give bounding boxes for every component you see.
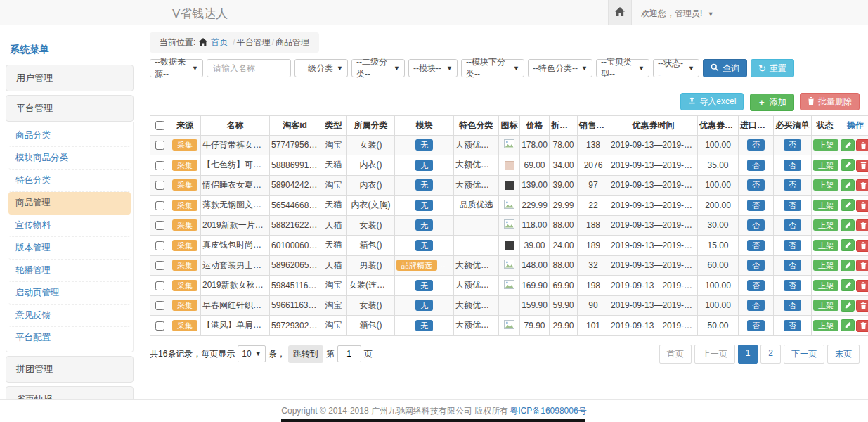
edit-button[interactable] — [841, 300, 855, 312]
delete-button[interactable] — [856, 300, 868, 312]
select-all-checkbox[interactable] — [155, 121, 164, 130]
sidebar-item[interactable]: 宣传物料 — [8, 215, 131, 237]
sidebar-item[interactable]: 意见反馈 — [8, 305, 131, 327]
import-excel-button[interactable]: 导入excel — [680, 93, 744, 110]
filter-select[interactable]: --模块--▼ — [408, 59, 458, 77]
imported-badge[interactable]: 否 — [747, 179, 765, 191]
icp-link[interactable]: 粤ICP备16098006号 — [510, 405, 586, 417]
delete-button[interactable] — [856, 160, 868, 172]
delete-button[interactable] — [856, 179, 868, 191]
imported-badge[interactable]: 否 — [747, 219, 765, 231]
delete-button[interactable] — [856, 260, 868, 271]
filter-select[interactable]: --数据来源--▼ — [150, 59, 203, 77]
must-buy-badge[interactable]: 否 — [784, 179, 801, 191]
imported-badge[interactable]: 否 — [747, 240, 765, 251]
imported-badge[interactable]: 否 — [747, 160, 765, 171]
filter-select[interactable]: --状态--▼ — [653, 59, 699, 77]
reset-button[interactable]: ↻ 重置 — [751, 59, 794, 77]
imported-badge[interactable]: 否 — [747, 139, 765, 151]
user-menu[interactable]: 欢迎您，管理员! ▼ — [641, 8, 714, 20]
page-button[interactable]: 1 — [738, 345, 758, 364]
row-checkbox[interactable] — [155, 181, 164, 190]
page-button[interactable]: 2 — [760, 345, 781, 364]
edit-button[interactable] — [841, 159, 855, 171]
sidebar-item[interactable]: 商品管理 — [8, 192, 131, 215]
edit-button[interactable] — [841, 139, 855, 151]
row-checkbox[interactable] — [155, 261, 164, 270]
row-checkbox[interactable] — [155, 241, 164, 250]
status-badge[interactable]: 上架 — [813, 260, 838, 271]
delete-button[interactable] — [856, 219, 868, 231]
sidebar-item[interactable]: 平台配置 — [8, 327, 131, 349]
page-button[interactable]: 上一页 — [694, 345, 735, 364]
imported-badge[interactable]: 否 — [747, 260, 765, 271]
filter-select[interactable]: --特色分类--▼ — [528, 59, 592, 77]
breadcrumb-home-link[interactable]: 首页 — [211, 37, 228, 49]
edit-button[interactable] — [841, 319, 855, 331]
delete-button[interactable] — [856, 320, 868, 332]
delete-button[interactable] — [856, 280, 868, 292]
sidebar-item[interactable]: 特色分类 — [8, 170, 131, 192]
row-checkbox[interactable] — [155, 301, 164, 310]
must-buy-badge[interactable]: 否 — [784, 240, 801, 251]
per-page-select[interactable]: 10 ▼ — [238, 345, 265, 362]
row-checkbox[interactable] — [155, 281, 164, 290]
status-badge[interactable]: 上架 — [813, 240, 838, 251]
filter-select[interactable]: --模块下分类--▼ — [461, 59, 524, 77]
imported-badge[interactable]: 否 — [747, 280, 765, 291]
edit-button[interactable] — [841, 219, 855, 231]
filter-select[interactable]: --二级分类--▼ — [351, 59, 405, 77]
row-checkbox[interactable] — [155, 161, 164, 170]
filter-select[interactable]: --宝贝类型--▼ — [596, 59, 649, 77]
must-buy-badge[interactable]: 否 — [784, 260, 801, 271]
status-badge[interactable]: 上架 — [813, 160, 838, 171]
delete-button[interactable] — [856, 139, 868, 151]
page-button[interactable]: 下一页 — [784, 345, 824, 364]
batch-delete-button[interactable]: 批量删除 — [800, 93, 860, 110]
edit-button[interactable] — [841, 279, 855, 291]
search-button[interactable]: 查询 — [703, 59, 747, 77]
status-badge[interactable]: 上架 — [813, 280, 838, 291]
must-buy-badge[interactable]: 否 — [784, 320, 801, 331]
edit-button[interactable] — [841, 179, 855, 191]
edit-button[interactable] — [841, 239, 855, 251]
status-badge[interactable]: 上架 — [813, 179, 838, 191]
status-badge[interactable]: 上架 — [813, 300, 838, 311]
sidebar-item[interactable]: 版本管理 — [8, 237, 131, 260]
status-badge[interactable]: 上架 — [813, 200, 838, 211]
sidebar-group[interactable]: 用户管理 — [6, 65, 134, 91]
sidebar-group[interactable]: 拼团管理 — [6, 356, 134, 383]
jump-button[interactable]: 跳转到 — [288, 345, 323, 363]
row-checkbox[interactable] — [155, 201, 164, 210]
row-checkbox[interactable] — [155, 321, 164, 331]
delete-button[interactable] — [856, 240, 868, 252]
must-buy-badge[interactable]: 否 — [784, 160, 801, 171]
status-badge[interactable]: 上架 — [813, 219, 838, 231]
edit-button[interactable] — [841, 199, 855, 211]
row-checkbox[interactable] — [155, 221, 164, 230]
edit-button[interactable] — [841, 260, 855, 271]
page-button[interactable]: 末页 — [827, 345, 860, 364]
sidebar-item[interactable]: 模块商品分类 — [8, 147, 131, 170]
imported-badge[interactable]: 否 — [747, 320, 765, 331]
sidebar-group[interactable]: 平台管理 — [6, 95, 134, 122]
status-badge[interactable]: 上架 — [813, 320, 838, 331]
home-button[interactable] — [608, 0, 632, 25]
sidebar-group[interactable]: 省惠快报 — [6, 386, 134, 399]
filter-select[interactable]: 一级分类▼ — [294, 59, 348, 77]
status-badge[interactable]: 上架 — [813, 139, 838, 151]
name-search-input[interactable] — [207, 59, 291, 77]
sidebar-item[interactable]: 商品分类 — [8, 124, 131, 147]
page-button[interactable]: 首页 — [659, 345, 692, 364]
must-buy-badge[interactable]: 否 — [784, 200, 801, 211]
must-buy-badge[interactable]: 否 — [784, 219, 801, 231]
row-checkbox[interactable] — [155, 141, 164, 150]
delete-button[interactable] — [856, 200, 868, 212]
imported-badge[interactable]: 否 — [747, 300, 765, 311]
must-buy-badge[interactable]: 否 — [784, 280, 801, 291]
must-buy-badge[interactable]: 否 — [784, 139, 801, 151]
must-buy-badge[interactable]: 否 — [784, 300, 801, 311]
add-button[interactable]: ＋ 添加 — [750, 94, 794, 111]
imported-badge[interactable]: 否 — [747, 200, 765, 211]
sidebar-item[interactable]: 轮播管理 — [8, 260, 131, 282]
